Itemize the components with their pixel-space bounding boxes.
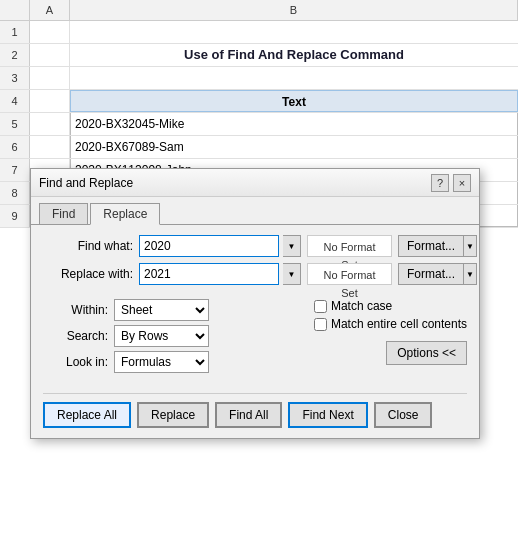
search-group: Search: By Rows — [43, 325, 209, 347]
find-format-status: No Format Set — [307, 235, 392, 257]
table-row: 5 2020-BX32045-Mike — [0, 113, 518, 136]
replace-format-btn-wrapper: Format... ▼ — [398, 263, 477, 285]
find-next-button[interactable]: Find Next — [288, 402, 367, 428]
cell-a4 — [30, 90, 70, 112]
options-toggle-button[interactable]: Options << — [386, 341, 467, 365]
cell-a6 — [30, 136, 70, 158]
cell-a3 — [30, 67, 70, 89]
table-row: 6 2020-BX67089-Sam — [0, 136, 518, 159]
find-what-row: Find what: ▼ No Format Set Format... ▼ — [43, 235, 467, 257]
match-cell-label: Match entire cell contents — [331, 317, 467, 331]
row-number: 9 — [0, 205, 30, 227]
search-label: Search: — [43, 329, 108, 343]
row-number: 6 — [0, 136, 30, 158]
find-what-label: Find what: — [43, 239, 133, 253]
lookin-group: Look in: Formulas — [43, 351, 209, 373]
replace-with-label: Replace with: — [43, 267, 133, 281]
window-close-button[interactable]: × — [453, 174, 471, 192]
dialog-titlebar: Find and Replace ? × — [31, 169, 479, 197]
replace-format-button[interactable]: Format... — [398, 263, 463, 285]
column-headers: A B — [0, 0, 518, 21]
options-section: Within: Sheet Search: By Rows — [43, 291, 467, 385]
dialog-tabs: Find Replace — [31, 197, 479, 224]
replace-all-button[interactable]: Replace All — [43, 402, 131, 428]
cell-b5: 2020-BX32045-Mike — [70, 113, 518, 135]
cell-a2 — [30, 44, 70, 66]
within-label: Within: — [43, 303, 108, 317]
table-row: 3 — [0, 67, 518, 90]
left-options: Within: Sheet Search: By Rows — [43, 299, 209, 377]
find-replace-dialog: Find and Replace ? × Find Replace Find w… — [30, 168, 480, 439]
dialog-title: Find and Replace — [39, 176, 133, 190]
row-number: 5 — [0, 113, 30, 135]
corner-cell — [0, 0, 30, 20]
replace-format-dropdown[interactable]: ▼ — [463, 263, 477, 285]
table-row: 1 — [0, 21, 518, 44]
find-input-wrapper: ▼ — [139, 235, 301, 257]
cell-b4: Text — [70, 90, 518, 112]
cell-a5 — [30, 113, 70, 135]
right-options: Match case Match entire cell contents Op… — [294, 299, 467, 365]
row-number: 4 — [0, 90, 30, 112]
col-header-a: A — [30, 0, 70, 20]
replace-format-status: No Format Set — [307, 263, 392, 285]
replace-button[interactable]: Replace — [137, 402, 209, 428]
row-number: 1 — [0, 21, 30, 43]
close-button[interactable]: Close — [374, 402, 433, 428]
table-row: 2 Use of Find And Replace Command — [0, 44, 518, 67]
find-dropdown-button[interactable]: ▼ — [283, 235, 301, 257]
search-select[interactable]: By Rows — [114, 325, 209, 347]
match-case-input[interactable] — [314, 300, 327, 313]
dialog-window-controls: ? × — [431, 174, 471, 192]
cell-b2: Use of Find And Replace Command — [70, 44, 518, 66]
checkbox-group: Match case Match entire cell contents — [314, 299, 467, 331]
match-case-label: Match case — [331, 299, 392, 313]
table-row: 4 Text — [0, 90, 518, 113]
match-cell-checkbox[interactable]: Match entire cell contents — [314, 317, 467, 331]
find-all-button[interactable]: Find All — [215, 402, 282, 428]
match-cell-input[interactable] — [314, 318, 327, 331]
find-what-input[interactable] — [139, 235, 279, 257]
cell-b1 — [70, 21, 518, 43]
dialog-body: Find what: ▼ No Format Set Format... ▼ R… — [31, 224, 479, 438]
within-select[interactable]: Sheet — [114, 299, 209, 321]
cell-a1 — [30, 21, 70, 43]
lookin-label: Look in: — [43, 355, 108, 369]
find-format-dropdown[interactable]: ▼ — [463, 235, 477, 257]
row-number: 8 — [0, 182, 30, 204]
find-format-button[interactable]: Format... — [398, 235, 463, 257]
within-group: Within: Sheet — [43, 299, 209, 321]
row-number: 7 — [0, 159, 30, 181]
cell-b6: 2020-BX67089-Sam — [70, 136, 518, 158]
replace-with-row: Replace with: ▼ No Format Set Format... … — [43, 263, 467, 285]
match-case-checkbox[interactable]: Match case — [314, 299, 467, 313]
cell-b3 — [70, 67, 518, 89]
row-number: 3 — [0, 67, 30, 89]
replace-with-input[interactable] — [139, 263, 279, 285]
bottom-buttons: Replace All Replace Find All Find Next C… — [43, 393, 467, 428]
tab-find[interactable]: Find — [39, 203, 88, 224]
options-controls: Within: Sheet Search: By Rows — [43, 299, 467, 377]
replace-input-wrapper: ▼ — [139, 263, 301, 285]
row-number: 2 — [0, 44, 30, 66]
help-button[interactable]: ? — [431, 174, 449, 192]
find-format-btn-wrapper: Format... ▼ — [398, 235, 477, 257]
tab-replace[interactable]: Replace — [90, 203, 160, 225]
col-header-b: B — [70, 0, 518, 20]
replace-dropdown-button[interactable]: ▼ — [283, 263, 301, 285]
lookin-select[interactable]: Formulas — [114, 351, 209, 373]
